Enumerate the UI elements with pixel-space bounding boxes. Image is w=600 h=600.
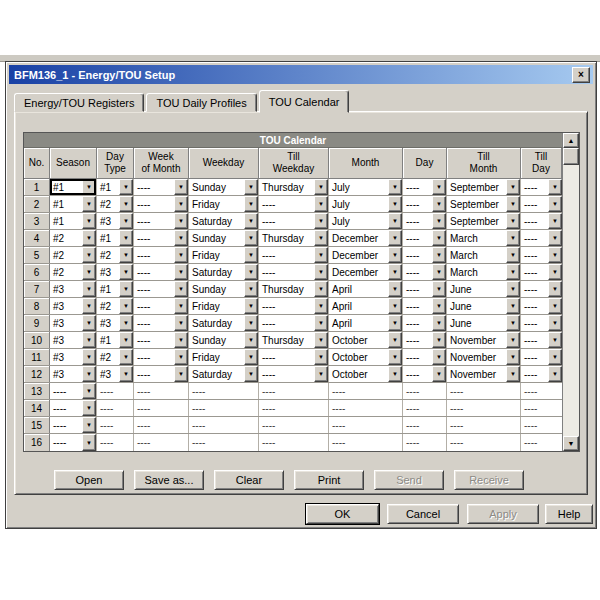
dropdown-button[interactable]: ▼ [506,264,520,280]
dropdown-button[interactable]: ▼ [388,247,402,263]
season-combobox[interactable]: #3▼ [50,281,96,297]
weekday-combobox[interactable]: Friday▼ [189,349,258,365]
dropdown-button[interactable]: ▼ [388,332,402,348]
dropdown-button[interactable]: ▼ [82,264,96,280]
dropdown-button[interactable]: ▼ [548,196,562,212]
save-as-button[interactable]: Save as... [134,470,204,490]
dropdown-button[interactable]: ▼ [119,298,133,314]
scrollbar-thumb[interactable] [563,148,579,165]
dropdown-button[interactable]: ▼ [119,366,133,382]
cancel-button[interactable]: Cancel [387,504,459,524]
dropdown-button[interactable]: ▼ [432,281,446,297]
dropdown-button[interactable]: ▼ [432,196,446,212]
month-combobox[interactable]: July▼ [329,179,402,195]
till-day-cell[interactable]: ---- [521,434,562,451]
day-type-combobox[interactable]: #2▼ [97,349,133,365]
till-month-combobox[interactable]: June▼ [447,315,520,331]
weekday-combobox[interactable]: Sunday▼ [189,281,258,297]
dropdown-button[interactable]: ▼ [82,298,96,314]
day-type-combobox[interactable]: #1▼ [97,179,133,195]
month-combobox[interactable]: December▼ [329,247,402,263]
till-weekday-combobox[interactable]: ----▼ [259,196,328,212]
month-combobox[interactable]: July▼ [329,196,402,212]
dropdown-button[interactable]: ▼ [548,298,562,314]
dropdown-button[interactable]: ▼ [314,281,328,297]
dropdown-button[interactable]: ▼ [82,417,96,433]
till-weekday-combobox[interactable]: ----▼ [259,298,328,314]
week-of-month-cell[interactable]: ---- [134,400,189,416]
day-combobox[interactable]: ----▼ [403,315,446,331]
month-cell[interactable]: ---- [329,383,403,399]
till-weekday-cell[interactable]: ---- [259,400,329,416]
till-day-combobox[interactable]: ----▼ [521,298,562,314]
dropdown-button[interactable]: ▼ [244,196,258,212]
dropdown-button[interactable]: ▼ [432,264,446,280]
till-month-combobox[interactable]: November▼ [447,349,520,365]
dropdown-button[interactable]: ▼ [506,349,520,365]
day-combobox[interactable]: ----▼ [403,196,446,212]
till-day-combobox[interactable]: ----▼ [521,315,562,331]
dropdown-button[interactable]: ▼ [506,196,520,212]
week-of-month-combobox[interactable]: ----▼ [134,213,188,229]
dropdown-button[interactable]: ▼ [506,315,520,331]
till-day-combobox[interactable]: ----▼ [521,213,562,229]
dropdown-button[interactable]: ▼ [432,349,446,365]
dropdown-button[interactable]: ▼ [506,230,520,246]
till-month-combobox[interactable]: September▼ [447,196,520,212]
dropdown-button[interactable]: ▼ [548,247,562,263]
dropdown-button[interactable]: ▼ [244,247,258,263]
week-of-month-combobox[interactable]: ----▼ [134,196,188,212]
weekday-cell[interactable]: ---- [189,400,259,416]
weekday-combobox[interactable]: Saturday▼ [189,213,258,229]
till-weekday-combobox[interactable]: Thursday▼ [259,179,328,195]
till-month-combobox[interactable]: November▼ [447,332,520,348]
dropdown-button[interactable]: ▼ [548,264,562,280]
till-weekday-cell[interactable]: ---- [259,417,329,433]
day-combobox[interactable]: ----▼ [403,230,446,246]
dropdown-button[interactable]: ▼ [548,349,562,365]
dropdown-button[interactable]: ▼ [432,366,446,382]
till-day-combobox[interactable]: ----▼ [521,179,562,195]
week-of-month-combobox[interactable]: ----▼ [134,349,188,365]
dropdown-button[interactable]: ▼ [174,281,188,297]
day-type-combobox[interactable]: #3▼ [97,213,133,229]
till-weekday-combobox[interactable]: Thursday▼ [259,281,328,297]
season-combobox[interactable]: #2▼ [50,264,96,280]
dropdown-button[interactable]: ▼ [314,366,328,382]
dropdown-button[interactable]: ▼ [82,400,96,416]
dropdown-button[interactable]: ▼ [119,247,133,263]
till-day-combobox[interactable]: ----▼ [521,264,562,280]
week-of-month-combobox[interactable]: ----▼ [134,179,188,195]
dropdown-button[interactable]: ▼ [82,213,96,229]
dropdown-button[interactable]: ▼ [82,247,96,263]
till-weekday-combobox[interactable]: ----▼ [259,264,328,280]
week-of-month-combobox[interactable]: ----▼ [134,264,188,280]
dropdown-button[interactable]: ▼ [82,179,96,195]
week-of-month-combobox[interactable]: ----▼ [134,230,188,246]
dropdown-button[interactable]: ▼ [432,332,446,348]
day-type-cell[interactable]: ---- [97,417,134,433]
dropdown-button[interactable]: ▼ [548,366,562,382]
till-day-cell[interactable]: ---- [521,417,562,433]
dropdown-button[interactable]: ▼ [388,179,402,195]
dropdown-button[interactable]: ▼ [82,434,96,451]
till-weekday-combobox[interactable]: ----▼ [259,349,328,365]
dropdown-button[interactable]: ▼ [548,213,562,229]
dropdown-button[interactable]: ▼ [244,264,258,280]
season-combobox[interactable]: #1▼ [50,196,96,212]
dropdown-button[interactable]: ▼ [388,366,402,382]
open-button[interactable]: Open [54,470,124,490]
dropdown-button[interactable]: ▼ [174,179,188,195]
weekday-cell[interactable]: ---- [189,434,259,451]
till-weekday-cell[interactable]: ---- [259,434,329,451]
dropdown-button[interactable]: ▼ [388,196,402,212]
dropdown-button[interactable]: ▼ [119,315,133,331]
dropdown-button[interactable]: ▼ [119,230,133,246]
dropdown-button[interactable]: ▼ [506,281,520,297]
month-cell[interactable]: ---- [329,417,403,433]
weekday-combobox[interactable]: Friday▼ [189,247,258,263]
dropdown-button[interactable]: ▼ [506,213,520,229]
dropdown-button[interactable]: ▼ [548,315,562,331]
tab-tou-calendar[interactable]: TOU Calendar [259,90,350,113]
till-month-combobox[interactable]: September▼ [447,213,520,229]
